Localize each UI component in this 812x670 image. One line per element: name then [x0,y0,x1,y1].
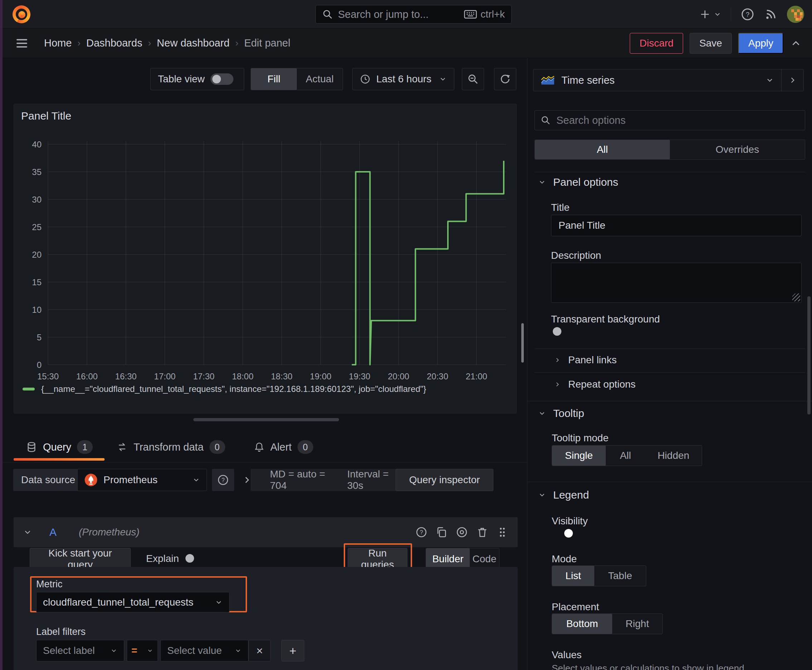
panel-options-section-header[interactable]: Panel options [538,176,618,188]
remove-filter-button[interactable]: × [249,640,271,662]
visualization-picker[interactable]: Time series [533,69,804,91]
bell-icon [254,442,264,452]
tab-alert-label: Alert [270,441,292,453]
discard-button[interactable]: Discard [630,33,683,54]
chevron-down-icon [538,178,546,186]
tab-transform[interactable]: Transform data 0 [116,431,225,463]
legend-list-option[interactable]: List [552,566,594,586]
datasource-picker[interactable]: Prometheus [77,469,207,491]
svg-text:?: ? [746,11,749,18]
legend-values-label: Values [552,649,582,661]
breadcrumb-bar: Home › Dashboards › New dashboard › Edit… [2,29,812,58]
news-rss-icon[interactable] [764,7,778,21]
horizontal-scrollbar[interactable] [193,418,339,421]
time-range-picker[interactable]: Last 6 hours [352,68,454,90]
duplicate-query-icon[interactable] [436,526,448,538]
legend-mode-label: Mode [552,553,577,565]
tab-overrides[interactable]: Overrides [670,140,805,159]
collapse-query-chevron-icon[interactable] [23,528,32,537]
breadcrumb-new-dashboard[interactable]: New dashboard [157,37,229,49]
section-divider [534,372,805,372]
open-viz-list-button[interactable] [781,69,804,91]
time-series-chart[interactable]: 051015202530354015:3016:0016:3017:0017:3… [17,135,514,385]
drag-handle-icon[interactable] [496,526,509,538]
operator-value: = [131,645,137,656]
select-value-dropdown[interactable]: Select value [160,640,249,662]
panel-options-heading: Panel options [553,176,618,188]
tab-transform-count: 0 [209,440,225,454]
search-options-input[interactable]: Search options [534,110,805,130]
datasource-help-button[interactable]: ? [212,469,234,491]
x-tick-label: 16:30 [115,372,137,381]
legend-table-option[interactable]: Table [594,566,646,586]
add-filter-button[interactable]: + [281,640,304,662]
panel-preview[interactable]: Panel Title 051015202530354015:3016:0016… [14,104,517,413]
placement-bottom-option[interactable]: Bottom [552,614,612,634]
tooltip-all-option[interactable]: All [606,446,645,465]
legend-series-label[interactable]: {__name__="cloudflared_tunnel_total_requ… [41,384,426,394]
grafana-logo-icon[interactable] [12,5,31,23]
chevron-down-icon [439,75,447,83]
delete-query-trash-icon[interactable] [476,526,488,538]
code-option[interactable]: Code [470,548,499,570]
help-icon[interactable]: ? [741,7,755,22]
breadcrumb-dashboards[interactable]: Dashboards [86,37,142,49]
tooltip-hidden-option[interactable]: Hidden [645,446,702,465]
breadcrumb-separator: › [148,37,151,49]
shortcut-hint: ctrl+k [464,8,505,20]
table-view-toggle[interactable]: Table view [150,68,244,90]
metric-select[interactable]: cloudflared_tunnel_total_requests [36,592,229,612]
chevron-down-icon [147,648,153,654]
menu-icon[interactable] [15,36,29,51]
textarea-resize-handle[interactable] [792,293,800,301]
global-search[interactable]: Search or jump to... ctrl+k [315,5,512,24]
chevron-down-icon [538,409,546,417]
tooltip-heading: Tooltip [553,407,584,420]
fill-option[interactable]: Fill [251,68,297,90]
panel-links-section[interactable]: Panel links [554,354,617,366]
repeat-options-section[interactable]: Repeat options [554,379,636,390]
actual-option[interactable]: Actual [297,68,342,90]
stats-interval: Interval = 30s [347,469,398,491]
main-scrollbar[interactable] [521,323,524,362]
select-label-dropdown[interactable]: Select label [36,640,124,662]
query-row-header[interactable]: A (Prometheus) ? [14,517,518,547]
new-button[interactable] [699,8,721,20]
query-help-icon[interactable]: ? [415,526,427,538]
toggle-visibility-eye-icon[interactable] [455,526,468,539]
builder-option[interactable]: Builder [426,548,470,570]
save-button[interactable]: Save [690,33,732,54]
stats-max-datapoints: MD = auto = 704 [270,469,333,491]
options-pane: Time series Search options All Overrides… [527,58,812,670]
question-circle-icon: ? [217,474,229,486]
panel-title-input[interactable] [551,215,802,236]
timeseries-viz-icon [541,75,555,86]
keyboard-icon [464,9,477,20]
y-tick-label: 10 [32,305,42,315]
label-filters-label: Label filters [36,626,86,638]
chevron-down-icon [192,476,200,484]
collapse-chevron-up-icon[interactable] [790,37,802,49]
table-view-switch[interactable] [210,73,234,85]
apply-button[interactable]: Apply [738,33,783,54]
tab-all[interactable]: All [535,140,670,159]
panel-title: Panel Title [21,110,71,122]
legend-section-header[interactable]: Legend [538,489,589,501]
transform-icon [116,441,128,453]
search-icon [541,115,551,125]
placement-right-option[interactable]: Right [612,614,662,634]
y-tick-label: 0 [37,360,42,370]
options-scrollbar[interactable] [807,296,810,415]
description-textarea[interactable] [551,263,802,303]
query-inspector-button[interactable]: Query inspector [396,469,493,491]
breadcrumb-home[interactable]: Home [44,37,71,49]
refresh-button[interactable] [494,68,516,90]
tab-alert[interactable]: Alert 0 [254,431,313,463]
zoom-out-button[interactable] [462,68,484,90]
avatar[interactable] [787,6,804,23]
query-ref-id: A [49,526,57,538]
tooltip-section-header[interactable]: Tooltip [538,407,584,420]
time-range-label: Last 6 hours [376,73,431,85]
operator-dropdown[interactable]: = [127,640,158,662]
tooltip-single-option[interactable]: Single [552,446,606,465]
